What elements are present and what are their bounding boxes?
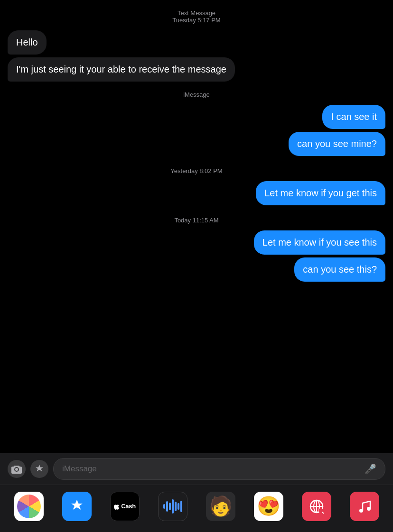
svg-line-6: [322, 512, 324, 514]
camera-icon: [11, 464, 22, 474]
dock-app-photos[interactable]: [14, 492, 44, 521]
input-placeholder: iMessage: [62, 464, 97, 474]
svg-point-0: [19, 467, 21, 468]
svg-point-7: [359, 509, 363, 513]
message-row: can you see this?: [8, 257, 385, 282]
imessage-input[interactable]: iMessage 🎤: [53, 458, 385, 480]
microphone-icon: 🎤: [365, 463, 376, 475]
dock-app-appstore[interactable]: [62, 492, 92, 521]
dock-app-memoji1[interactable]: 🧑: [206, 492, 235, 521]
header-timestamp: Text Message Tuesday 5:17 PM: [8, 9, 385, 24]
message-bubble-sent: I can see it: [322, 105, 385, 129]
message-bubble-sent: can you see mine?: [289, 132, 385, 156]
memoji2-icon: 😍: [257, 495, 281, 517]
dock-app-music[interactable]: [350, 492, 379, 521]
message-row: I'm just seeing it your able to receive …: [8, 57, 385, 82]
appstore-dock-icon: [68, 498, 85, 515]
message-row: Hello: [8, 30, 385, 55]
imessage-divider: iMessage: [8, 91, 385, 98]
message-bubble-received: Hello: [8, 30, 47, 55]
dock-app-voice[interactable]: [158, 492, 187, 521]
messages-container: Text Message Tuesday 5:17 PM Hello I'm j…: [0, 0, 393, 453]
message-bubble-sent: can you see this?: [294, 257, 385, 282]
dock-app-cash[interactable]: Cash: [110, 492, 140, 521]
dock-app-search[interactable]: [302, 492, 331, 521]
message-row: Let me know if you see this: [8, 230, 385, 255]
apple-logo-icon: [113, 503, 120, 510]
app-dock: Cash 🧑 😍: [0, 485, 393, 532]
message-type-label: Text Message: [178, 9, 215, 17]
message-row: I can see it: [8, 105, 385, 129]
svg-point-8: [367, 507, 371, 511]
appstore-icon: [34, 464, 45, 474]
message-bubble-sent: Let me know if you see this: [254, 230, 385, 255]
cash-label: Cash: [113, 503, 136, 510]
message-row: can you see mine?: [8, 132, 385, 156]
message-bubble-received: I'm just seeing it your able to receive …: [8, 57, 235, 82]
photos-icon: [17, 495, 41, 518]
globe-search-icon: [309, 498, 325, 514]
timestamp-today: Today 11:15 AM: [8, 217, 385, 224]
sticker-button[interactable]: [30, 460, 48, 478]
dock-app-memoji2[interactable]: 😍: [254, 492, 283, 521]
input-bar: iMessage 🎤: [0, 453, 393, 485]
message-bubble-sent: Let me know if you get this: [256, 181, 385, 205]
header-time-label: Tuesday 5:17 PM: [172, 17, 220, 24]
camera-button[interactable]: [8, 460, 26, 478]
voice-bars-icon: [163, 499, 182, 514]
music-icon: [356, 498, 373, 514]
message-row: Let me know if you get this: [8, 181, 385, 205]
memoji1-icon: 🧑: [209, 495, 233, 517]
timestamp-yesterday: Yesterday 8:02 PM: [8, 167, 385, 174]
